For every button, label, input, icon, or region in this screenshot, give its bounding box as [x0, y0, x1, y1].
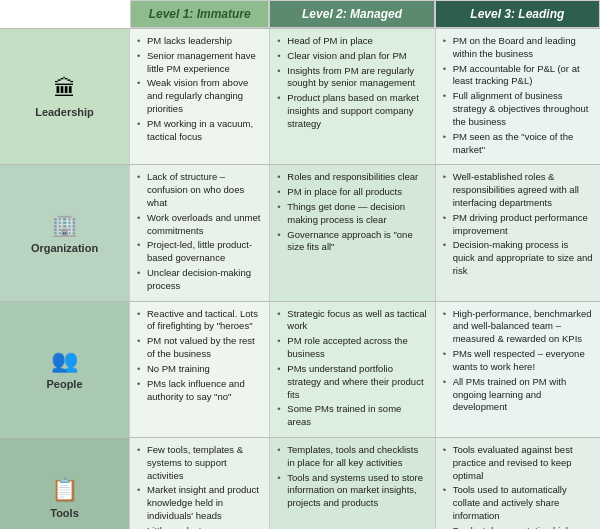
- bullet-list: Reactive and tactical. Lots of firefight…: [137, 308, 262, 404]
- category-label: Tools: [50, 507, 79, 519]
- sidebar-cell: 🏛Leadership: [0, 29, 130, 164]
- list-item: Things get done — decision making proces…: [277, 201, 427, 227]
- list-item: Clear vision and plan for PM: [277, 50, 427, 63]
- list-item: PMs lack influence and authority to say …: [137, 378, 262, 404]
- bullet-list: High-performance, benchmarked and well-b…: [443, 308, 593, 415]
- list-item: PM working in a vacuum, tactical focus: [137, 118, 262, 144]
- category-label: Organization: [31, 242, 98, 254]
- list-item: Tools and systems used to store informat…: [277, 472, 427, 510]
- level3-cell: Tools evaluated against best practice an…: [436, 438, 600, 529]
- category-icon: 👥: [51, 348, 78, 374]
- list-item: Head of PM in place: [277, 35, 427, 48]
- bullet-list: PM lacks leadershipSenior management hav…: [137, 35, 262, 144]
- sidebar-cell: 📋Tools: [0, 438, 130, 529]
- list-item: PM not valued by the rest of the busines…: [137, 335, 262, 361]
- list-item: Governance approach is "one size fits al…: [277, 229, 427, 255]
- list-item: Lack of structure – confusion on who doe…: [137, 171, 262, 209]
- category-row: 🏢OrganizationLack of structure – confusi…: [0, 164, 600, 300]
- level1-cell: PM lacks leadershipSenior management hav…: [130, 29, 270, 164]
- list-item: Product documentation high quality and m…: [443, 525, 593, 529]
- list-item: All PMs trained on PM with ongoing learn…: [443, 376, 593, 414]
- sidebar-cell: 👥People: [0, 302, 130, 437]
- bullet-list: Templates, tools and checklists in place…: [277, 444, 427, 510]
- level1-header: Level 1: Immature: [130, 0, 269, 28]
- list-item: Well-established roles & responsibilitie…: [443, 171, 593, 209]
- list-item: PM driving product performance improveme…: [443, 212, 593, 238]
- level3-header: Level 3: Leading: [435, 0, 600, 28]
- category-icon: 🏢: [51, 212, 78, 238]
- list-item: Some PMs trained in some areas: [277, 403, 427, 429]
- level2-cell: Head of PM in placeClear vision and plan…: [270, 29, 435, 164]
- list-item: PMs understand portfolio strategy and wh…: [277, 363, 427, 401]
- list-item: PM lacks leadership: [137, 35, 262, 48]
- bullet-list: Head of PM in placeClear vision and plan…: [277, 35, 427, 131]
- level3-cell: High-performance, benchmarked and well-b…: [436, 302, 600, 437]
- list-item: PMs well respected – everyone wants to w…: [443, 348, 593, 374]
- category-label: Leadership: [35, 106, 94, 118]
- list-item: PM accountable for P&L (or at least trac…: [443, 63, 593, 89]
- list-item: Insights from PM are regularly sought by…: [277, 65, 427, 91]
- header-row: Level 1: Immature Level 2: Managed Level…: [0, 0, 600, 28]
- category-row: 📋ToolsFew tools, templates & systems to …: [0, 437, 600, 529]
- category-icon: 📋: [51, 477, 78, 503]
- list-item: Product plans based on market insights a…: [277, 92, 427, 130]
- category-row: 🏛LeadershipPM lacks leadershipSenior man…: [0, 28, 600, 164]
- level3-cell: PM on the Board and leading within the b…: [436, 29, 600, 164]
- list-item: Project-led, little product-based govern…: [137, 239, 262, 265]
- bullet-list: Well-established roles & responsibilitie…: [443, 171, 593, 278]
- list-item: Tools evaluated against best practice an…: [443, 444, 593, 482]
- level2-cell: Strategic focus as well as tactical work…: [270, 302, 435, 437]
- level1-cell: Reactive and tactical. Lots of firefight…: [130, 302, 270, 437]
- level2-header: Level 2: Managed: [269, 0, 434, 28]
- bullet-list: Lack of structure – confusion on who doe…: [137, 171, 262, 292]
- list-item: Full alignment of business strategy & ob…: [443, 90, 593, 128]
- list-item: Unclear decision-making process: [137, 267, 262, 293]
- list-item: Strategic focus as well as tactical work: [277, 308, 427, 334]
- bullet-list: Tools evaluated against best practice an…: [443, 444, 593, 529]
- level2-cell: Roles and responsibilities clearPM in pl…: [270, 165, 435, 300]
- list-item: Senior management have little PM experie…: [137, 50, 262, 76]
- header-spacer: [0, 0, 130, 28]
- list-item: Little product documentation: [137, 525, 262, 529]
- level3-cell: Well-established roles & responsibilitie…: [436, 165, 600, 300]
- content-rows: 🏛LeadershipPM lacks leadershipSenior man…: [0, 28, 600, 529]
- list-item: PM on the Board and leading within the b…: [443, 35, 593, 61]
- level2-cell: Templates, tools and checklists in place…: [270, 438, 435, 529]
- list-item: Templates, tools and checklists in place…: [277, 444, 427, 470]
- bullet-list: Roles and responsibilities clearPM in pl…: [277, 171, 427, 254]
- maturity-model: Level 1: Immature Level 2: Managed Level…: [0, 0, 600, 529]
- bullet-list: PM on the Board and leading within the b…: [443, 35, 593, 156]
- list-item: PM in place for all products: [277, 186, 427, 199]
- list-item: Decision-making process is quick and app…: [443, 239, 593, 277]
- level1-cell: Lack of structure – confusion on who doe…: [130, 165, 270, 300]
- level1-cell: Few tools, templates & systems to suppor…: [130, 438, 270, 529]
- list-item: Market insight and product knowledge hel…: [137, 484, 262, 522]
- category-icon: 🏛: [54, 76, 76, 102]
- list-item: Roles and responsibilities clear: [277, 171, 427, 184]
- list-item: Tools used to automatically collate and …: [443, 484, 593, 522]
- list-item: PM seen as the "voice of the market": [443, 131, 593, 157]
- list-item: Weak vision from above and regularly cha…: [137, 77, 262, 115]
- list-item: PM role accepted across the business: [277, 335, 427, 361]
- list-item: High-performance, benchmarked and well-b…: [443, 308, 593, 346]
- bullet-list: Few tools, templates & systems to suppor…: [137, 444, 262, 529]
- bullet-list: Strategic focus as well as tactical work…: [277, 308, 427, 429]
- list-item: Reactive and tactical. Lots of firefight…: [137, 308, 262, 334]
- list-item: No PM training: [137, 363, 262, 376]
- category-row: 👥PeopleReactive and tactical. Lots of fi…: [0, 301, 600, 437]
- list-item: Few tools, templates & systems to suppor…: [137, 444, 262, 482]
- list-item: Work overloads and unmet commitments: [137, 212, 262, 238]
- sidebar-cell: 🏢Organization: [0, 165, 130, 300]
- category-label: People: [46, 378, 82, 390]
